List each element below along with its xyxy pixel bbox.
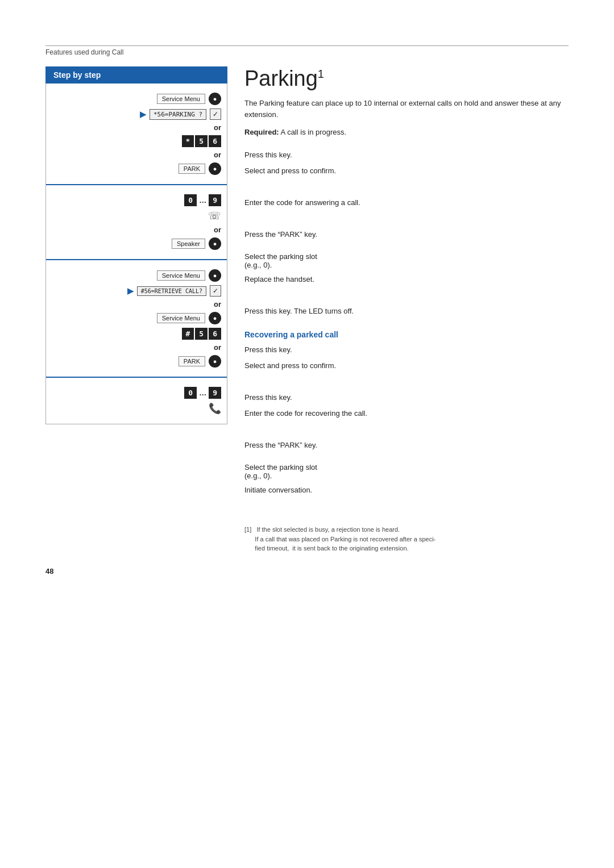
step-row-service-menu-2: Service Menu ● — [52, 269, 221, 282]
phone-icon-3: ● — [209, 237, 221, 250]
step-row-slot-2: 0 … 9 — [52, 387, 221, 399]
ellipsis-2: … — [199, 389, 206, 397]
key-5-2[interactable]: 5 — [195, 328, 208, 340]
retrieve-code-key[interactable]: #56=RETRIEVE CALL? — [137, 286, 206, 296]
key-6-2[interactable]: 6 — [209, 328, 221, 340]
step-section-1: Service Menu ● ▶ *56=PARKING ? ✓ or — [46, 84, 227, 185]
phone-icon-1: ● — [209, 93, 221, 105]
instr-or-4 — [244, 373, 569, 389]
step-row-keys-star56: * 5 6 — [52, 135, 221, 147]
instr-speaker-key: Press this key. The LED turns off. — [244, 303, 569, 319]
key-star[interactable]: * — [182, 135, 194, 147]
step-row-service-menu-1: Service Menu ● — [52, 93, 221, 105]
or-label-4: or — [214, 300, 221, 308]
breadcrumb: Features used during Call — [45, 45, 569, 56]
key-0-1[interactable]: 0 — [184, 194, 197, 206]
instr-enter-code-2: Enter the code for recovering the call. — [244, 405, 569, 421]
instr-initiate-conv: Initiate conversation. — [244, 482, 569, 498]
footnote-3: fied timeout, it is sent back to the ori… — [244, 544, 569, 553]
or-row-1: or — [52, 123, 221, 132]
or-row-5: or — [52, 343, 221, 352]
phone-icon-5: ● — [209, 312, 221, 324]
key-0-2[interactable]: 0 — [184, 387, 197, 399]
parking-code-key[interactable]: *56=PARKING ? — [150, 109, 206, 120]
required-text: Required: A call is in progress. — [244, 128, 569, 136]
or-row-3: or — [52, 226, 221, 234]
instructions-block: Press this key. Select and press to conf… — [244, 147, 569, 553]
step-row-parking-code: ▶ *56=PARKING ? ✓ — [52, 108, 221, 120]
keys-star56: * 5 6 — [182, 135, 221, 147]
instr-or-3 — [244, 287, 569, 303]
instr-service-menu-1: Press this key. — [244, 147, 569, 162]
key-9-2[interactable]: 9 — [209, 387, 221, 399]
handset-down-icon-1: ☏ — [208, 210, 221, 222]
instr-replace-handset: Replace the handset. — [244, 271, 569, 287]
step-row-speaker: Speaker ● — [52, 237, 221, 250]
description: The Parking feature can place up to 10 i… — [244, 98, 569, 120]
instr-or-1 — [244, 178, 569, 194]
or-label-3: or — [214, 226, 221, 234]
arrow-icon-2: ▶ — [127, 286, 134, 295]
phone-icon-4: ● — [209, 269, 221, 282]
arrow-icon-1: ▶ — [140, 110, 146, 119]
title-area: Parking1 The Parking feature can place u… — [244, 66, 569, 136]
key-hash[interactable]: # — [182, 328, 194, 340]
checkmark-1[interactable]: ✓ — [210, 108, 221, 120]
step-section-3: Service Menu ● ▶ #56=RETRIEVE CALL? ✓ or — [46, 260, 227, 378]
instr-parking-confirm: Select and press to confirm. — [244, 162, 569, 178]
footnote-ref: 1 — [318, 68, 324, 80]
step-row-service-menu-3: Service Menu ● — [52, 312, 221, 324]
recovering-header: Recovering a parked call — [244, 330, 569, 339]
park-button-1[interactable]: PARK — [179, 164, 205, 174]
instr-enter-code-1: Enter the code for answering a call. — [244, 194, 569, 210]
instr-park-key-1: Press the “PARK” key. — [244, 226, 569, 242]
or-label-5: or — [214, 343, 221, 352]
service-menu-button-3[interactable]: Service Menu — [157, 313, 205, 323]
step-row-keys-hash56: # 5 6 — [52, 328, 221, 340]
key-5-1[interactable]: 5 — [195, 135, 208, 147]
step-row-slot-1: 0 … 9 — [52, 194, 221, 206]
step-section-2: 0 … 9 ☏ or Speaker — [46, 185, 227, 260]
or-row-2: or — [52, 151, 221, 159]
slot-indicator-1: 0 … 9 — [184, 194, 221, 206]
key-6-1[interactable]: 6 — [209, 135, 221, 147]
step-row-park-2: PARK ● — [52, 355, 221, 368]
checkmark-2[interactable]: ✓ — [210, 285, 221, 297]
page-title: Parking1 — [244, 66, 569, 91]
instr-select-slot-2: Select the parking slot (e.g., 0). — [244, 461, 569, 482]
instr-service-menu-3: Press this key. — [244, 389, 569, 405]
instr-select-slot-1: Select the parking slot (e.g., 0). — [244, 250, 569, 271]
key-9-1[interactable]: 9 — [209, 194, 221, 206]
page-number: 48 — [45, 567, 569, 575]
footnote-area: [1] If the slot selected is busy, a reje… — [244, 525, 569, 553]
left-column: Step by step Service Menu ● ▶ *56=PARKIN… — [45, 66, 227, 553]
keys-hash56: # 5 6 — [182, 328, 221, 340]
park-button-2[interactable]: PARK — [179, 356, 205, 366]
right-column: Parking1 The Parking feature can place u… — [227, 66, 569, 553]
step-row-park-1: PARK ● — [52, 162, 221, 175]
footnote-2: If a call that was placed on Parking is … — [244, 535, 569, 544]
step-row-phone-ring: 📞 — [52, 402, 221, 415]
step-row-handset-1: ☏ — [52, 210, 221, 222]
phone-ring-icon: 📞 — [209, 402, 221, 415]
phone-icon-2: ● — [209, 162, 221, 175]
or-row-4: or — [52, 300, 221, 308]
slot-indicator-2: 0 … 9 — [184, 387, 221, 399]
or-label-2: or — [214, 151, 221, 159]
step-section-4: 0 … 9 📞 — [46, 378, 227, 424]
service-menu-button-1[interactable]: Service Menu — [157, 94, 205, 104]
instr-or-5 — [244, 421, 569, 437]
service-menu-button-2[interactable]: Service Menu — [157, 270, 205, 281]
instr-park-key-2: Press the “PARK” key. — [244, 437, 569, 453]
step-row-retrieve-code: ▶ #56=RETRIEVE CALL? ✓ — [52, 285, 221, 297]
or-label-1: or — [214, 123, 221, 132]
ellipsis-1: … — [199, 196, 206, 205]
instr-retrieve-confirm: Select and press to confirm. — [244, 357, 569, 373]
main-layout: Step by step Service Menu ● ▶ *56=PARKIN… — [45, 66, 569, 553]
instr-service-menu-2: Press this key. — [244, 341, 569, 357]
step-by-step-header: Step by step — [45, 66, 227, 84]
step-box: Service Menu ● ▶ *56=PARKING ? ✓ or — [45, 84, 227, 424]
phone-icon-6: ● — [209, 355, 221, 368]
speaker-button[interactable]: Speaker — [172, 239, 205, 249]
instr-or-2 — [244, 210, 569, 226]
